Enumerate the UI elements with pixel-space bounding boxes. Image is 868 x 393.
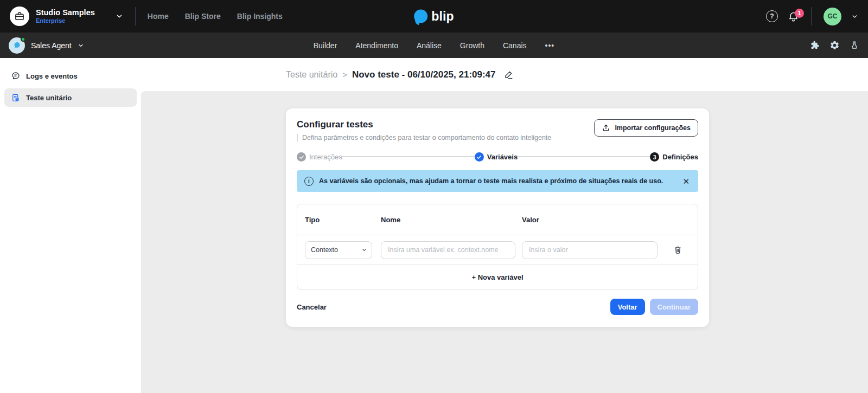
bot-switcher[interactable]: Sales Agent <box>9 37 84 54</box>
card-subtitle: Defina parâmetros e condições para testa… <box>297 134 551 141</box>
step-label: Variáveis <box>487 153 518 161</box>
step-variaveis[interactable]: Variáveis <box>475 152 518 162</box>
divider <box>135 7 136 25</box>
breadcrumb: Teste unitário > Novo teste - 06/10/2025… <box>141 58 868 91</box>
top-nav-home[interactable]: Home <box>148 12 169 21</box>
back-button[interactable]: Voltar <box>610 299 645 315</box>
flask-icon[interactable] <box>850 41 859 50</box>
step-connector <box>342 157 475 158</box>
notification-badge: 1 <box>795 9 804 18</box>
import-config-label: Importar configurações <box>615 124 691 132</box>
table-header-row: Tipo Nome Valor <box>297 204 698 235</box>
column-header-valor: Valor <box>522 216 665 224</box>
bot-avatar <box>9 37 25 54</box>
org-plan: Enterprise <box>36 17 95 24</box>
pencil-icon <box>503 69 514 80</box>
clipboard-check-icon <box>11 93 21 102</box>
cancel-button[interactable]: Cancelar <box>297 303 327 311</box>
module-nav: Builder Atendimento Análise Growth Canai… <box>314 41 555 50</box>
configure-tests-card: Configurar testes Defina parâmetros e co… <box>286 108 709 327</box>
step-label: Definições <box>662 153 698 161</box>
nav-builder[interactable]: Builder <box>314 41 337 50</box>
table-footer: + Nova variável <box>297 265 698 289</box>
card-actions: Cancelar Voltar Continuar <box>297 299 698 315</box>
upload-icon <box>602 124 610 132</box>
status-dot <box>21 37 25 42</box>
divider <box>811 7 812 25</box>
add-variable-button[interactable]: + Nova variável <box>471 273 523 281</box>
stepper: Interações Variáveis 3 Definições <box>297 152 698 162</box>
blip-bubble-icon <box>414 10 427 23</box>
step-interacoes[interactable]: Interações <box>297 152 342 162</box>
step-definicoes[interactable]: 3 Definições <box>650 152 698 162</box>
info-icon: i <box>304 177 314 186</box>
close-icon[interactable]: ✕ <box>682 177 690 185</box>
info-banner: i As variáveis são opcionais, mas ajudam… <box>297 170 698 192</box>
blip-logo: blip <box>414 9 454 24</box>
card-title: Configurar testes <box>297 119 551 130</box>
variables-table: Tipo Nome Valor Contexto <box>297 204 698 290</box>
step-label: Interações <box>309 153 342 161</box>
check-icon <box>475 152 484 162</box>
blip-wordmark: blip <box>431 9 454 24</box>
nav-canais[interactable]: Canais <box>503 41 527 50</box>
sidebar-item-logs[interactable]: Logs e eventos <box>4 67 137 85</box>
table-row: Contexto <box>297 235 698 265</box>
column-header-tipo: Tipo <box>305 216 381 224</box>
org-name: Studio Samples <box>36 8 95 17</box>
briefcase-icon <box>10 7 29 26</box>
type-select[interactable]: Contexto <box>305 241 372 259</box>
type-select-wrap: Contexto <box>305 241 372 259</box>
nav-atendimento[interactable]: Atendimento <box>355 41 398 50</box>
top-nav: Home Blip Store Blip Insights <box>148 12 283 21</box>
left-sidebar: Logs e eventos Teste unitário <box>0 58 141 393</box>
import-config-button[interactable]: Importar configurações <box>594 119 698 137</box>
nav-growth[interactable]: Growth <box>460 41 484 50</box>
variable-name-input[interactable] <box>381 241 515 259</box>
puzzle-icon[interactable] <box>809 40 820 50</box>
nav-more-menu[interactable]: ••• <box>545 41 555 50</box>
page-title: Novo teste - 06/10/2025, 21:09:47 <box>352 69 496 80</box>
chevron-down-icon <box>116 12 123 20</box>
step-connector <box>518 157 650 158</box>
delete-row-button[interactable] <box>673 246 682 255</box>
check-icon <box>297 152 306 162</box>
chevron-down-icon <box>78 42 84 49</box>
user-avatar[interactable]: GC <box>824 8 841 25</box>
variable-value-input[interactable] <box>522 241 658 259</box>
chevron-down-icon[interactable] <box>851 13 858 20</box>
breadcrumb-parent[interactable]: Teste unitário <box>286 70 337 80</box>
edit-title-button[interactable] <box>503 69 514 80</box>
help-icon[interactable]: ? <box>766 10 778 22</box>
trash-icon <box>673 246 682 255</box>
gear-icon[interactable] <box>829 40 840 50</box>
org-switcher[interactable]: Studio Samples Enterprise <box>10 7 123 26</box>
notifications-button[interactable]: 1 <box>788 11 799 22</box>
step-number: 3 <box>650 152 659 162</box>
top-nav-blip-insights[interactable]: Blip Insights <box>237 12 283 21</box>
column-header-nome: Nome <box>381 216 522 224</box>
workspace-panel: Configurar testes Defina parâmetros e co… <box>141 91 868 393</box>
breadcrumb-separator: > <box>342 70 347 79</box>
sidebar-item-label: Teste unitário <box>26 94 72 102</box>
top-bar: Studio Samples Enterprise Home Blip Stor… <box>0 0 868 33</box>
info-banner-text: As variáveis são opcionais, mas ajudam a… <box>319 177 677 185</box>
bot-bar: Sales Agent Builder Atendimento Análise … <box>0 33 868 58</box>
sidebar-item-teste-unitario[interactable]: Teste unitário <box>4 88 137 107</box>
top-nav-blip-store[interactable]: Blip Store <box>185 12 221 21</box>
continue-button[interactable]: Continuar <box>650 299 698 315</box>
bot-name: Sales Agent <box>31 41 72 50</box>
sidebar-item-label: Logs e eventos <box>26 72 78 80</box>
nav-analise[interactable]: Análise <box>417 41 442 50</box>
chat-log-icon <box>11 71 21 81</box>
